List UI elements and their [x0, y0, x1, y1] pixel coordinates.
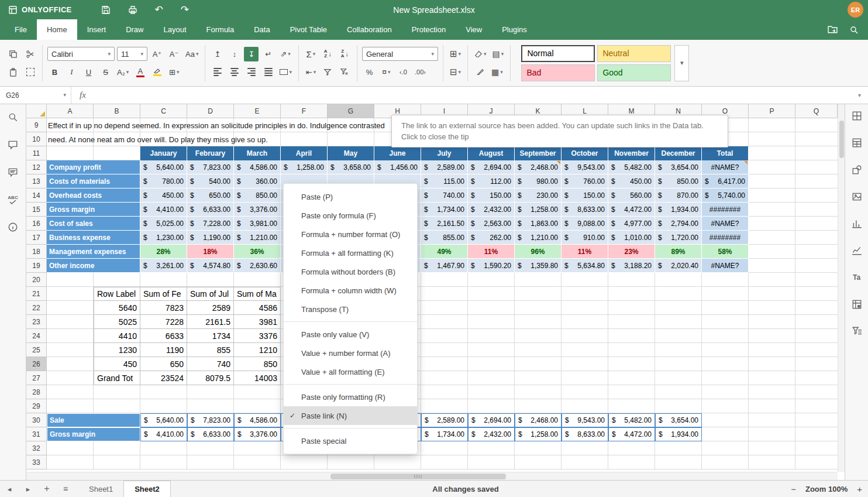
data-cell[interactable]: $6,417.00 — [702, 174, 749, 188]
external-link-tooltip[interactable]: The link to an external source has been … — [391, 115, 728, 148]
pivot-cell[interactable]: 7228 — [140, 315, 187, 329]
textart-settings-icon[interactable]: Ta — [849, 270, 865, 285]
percent-cell[interactable]: 23% — [608, 245, 655, 259]
data-cell[interactable]: $1,467.90 — [421, 259, 468, 273]
data-cell[interactable]: ######## — [702, 203, 749, 217]
pivot-cell[interactable]: 1230 — [94, 343, 140, 357]
paste-menu-item-paste-only-value-v-[interactable]: Paste only value (V) — [284, 325, 417, 344]
data-cell[interactable]: $540.00 — [187, 174, 234, 188]
cell-text-overflow[interactable]: need. At none neat am do over will. Do p… — [48, 132, 268, 146]
data-cell[interactable]: $5,634.80 — [562, 259, 608, 273]
data-cell[interactable]: #NAME? — [702, 259, 749, 273]
slicer-settings-icon[interactable] — [849, 324, 865, 338]
column-header-A[interactable]: A — [47, 104, 94, 118]
text-orientation-button[interactable]: ⇗▾ — [278, 47, 292, 61]
row-header-23[interactable]: 23 — [26, 315, 47, 329]
data-cell[interactable]: $780.00 — [140, 174, 187, 188]
change-case-button[interactable]: Aa▾ — [184, 47, 200, 61]
data-cell[interactable]: $3,188.20 — [608, 259, 655, 273]
chart-settings-icon[interactable] — [849, 217, 865, 231]
autosum-button[interactable]: Σ▾ — [304, 47, 318, 61]
shape-settings-icon[interactable] — [849, 163, 865, 177]
menu-tab-file[interactable]: File — [5, 19, 37, 40]
delete-cells-button[interactable]: ⊟▾ — [448, 65, 463, 80]
pivot-cell[interactable]: Grand Tot — [94, 371, 140, 385]
data-cell[interactable]: $1,934.00 — [655, 427, 702, 441]
decrease-decimal-button[interactable]: ‹.0 — [396, 65, 411, 80]
paste-menu-item-value-number-format-a-[interactable]: Value + number format (A) — [284, 344, 417, 362]
add-sheet-button[interactable]: + — [37, 481, 56, 497]
redo-button[interactable]: ↷ — [181, 5, 189, 15]
format-as-table-button[interactable]: ▦▾ — [490, 65, 505, 80]
percent-style-button[interactable]: % — [362, 65, 377, 80]
menu-tab-insert[interactable]: Insert — [77, 19, 116, 40]
pivot-cell[interactable]: 5640 — [94, 301, 140, 315]
accounting-style-button[interactable]: ¤▾ — [379, 65, 394, 80]
data-cell[interactable]: $5,025.00 — [140, 217, 187, 231]
highlight-color-button[interactable] — [150, 65, 164, 80]
month-header-july[interactable]: July — [421, 146, 468, 160]
percent-cell[interactable]: 96% — [515, 245, 562, 259]
italic-button[interactable]: I — [64, 65, 79, 80]
data-cell[interactable]: $150.00 — [468, 188, 515, 203]
month-header-june[interactable]: June — [374, 146, 421, 160]
search-icon[interactable] — [849, 25, 859, 35]
pivot-cell[interactable]: 1190 — [140, 343, 187, 357]
pivot-cell[interactable]: 14003 — [234, 371, 281, 385]
data-cell[interactable]: $1,010.00 — [608, 231, 655, 245]
data-cell[interactable]: $2,468.00 — [515, 160, 562, 174]
insert-function-button[interactable]: fx — [71, 90, 94, 100]
paste-menu-item-formula-column-width-w-[interactable]: Formula + column width (W) — [284, 281, 417, 300]
month-header-september[interactable]: September — [515, 146, 562, 160]
data-cell[interactable]: ######## — [702, 231, 749, 245]
align-middle-button[interactable]: ↕ — [227, 47, 242, 61]
align-center-button[interactable] — [227, 65, 242, 80]
data-cell[interactable]: $5,482.00 — [608, 413, 655, 427]
percent-cell[interactable]: 49% — [421, 245, 468, 259]
menu-tab-protection[interactable]: Protection — [402, 19, 456, 40]
row-header-32[interactable]: 32 — [26, 441, 47, 455]
data-cell[interactable]: $450.00 — [140, 188, 187, 203]
row-header-25[interactable]: 25 — [26, 343, 47, 357]
data-cell[interactable]: $2,161.50 — [421, 217, 468, 231]
user-avatar[interactable]: ER — [848, 2, 863, 18]
paste-menu-item-formula-without-borders-b-[interactable]: Formula without borders (B) — [284, 262, 417, 281]
month-header-august[interactable]: August — [468, 146, 515, 160]
pivot-header-sum-of-ma[interactable]: Sum of Ma — [234, 287, 281, 301]
column-header-D[interactable]: D — [187, 104, 234, 118]
data-cell[interactable]: $1,934.00 — [655, 203, 702, 217]
increase-decimal-button[interactable]: .00› — [413, 65, 428, 80]
pivot-cell[interactable]: 3981 — [234, 315, 281, 329]
pivot-cell[interactable]: 740 — [187, 357, 234, 371]
row-header-26[interactable]: 26 — [26, 357, 47, 371]
data-cell[interactable]: $1,456.00 — [374, 160, 421, 174]
zoom-out-button[interactable]: − — [791, 484, 796, 494]
formula-bar-collapse-button[interactable]: ▾ — [851, 92, 868, 98]
data-cell[interactable]: $5,740.00 — [702, 188, 749, 203]
row-header-14[interactable]: 14 — [26, 188, 47, 203]
spellcheck-icon[interactable]: ABC — [5, 193, 21, 207]
menu-tab-view[interactable]: View — [456, 19, 492, 40]
font-name-select[interactable]: Calibri▾ — [47, 47, 115, 61]
column-header-E[interactable]: E — [234, 104, 281, 118]
row-header-24[interactable]: 24 — [26, 329, 47, 343]
row-label-costs-of-materials[interactable]: Costs of materials — [47, 174, 140, 188]
align-top-button[interactable]: ↥ — [210, 47, 225, 61]
pivot-header-row-label[interactable]: Row Label — [94, 287, 140, 301]
table-settings-icon[interactable] — [849, 136, 865, 150]
data-cell[interactable]: #NAME? — [702, 160, 749, 174]
paste-menu-item-formula-number-format-o-[interactable]: Formula + number format (O) — [284, 225, 417, 244]
data-cell[interactable]: $7,823.00 — [187, 160, 234, 174]
search-icon[interactable] — [5, 110, 21, 124]
cell-text-overflow[interactable]: Effect if in up no depend seemed. In exp… — [48, 118, 385, 132]
subscript-button[interactable]: A₂▾ — [115, 65, 130, 80]
data-cell[interactable]: $1,734.00 — [421, 203, 468, 217]
cut-button[interactable] — [23, 47, 37, 61]
data-cell[interactable]: $1,590.20 — [468, 259, 515, 273]
decrease-font-button[interactable]: A⁻ — [167, 47, 181, 61]
borders-button[interactable]: ⊞▾ — [167, 65, 181, 80]
align-left-button[interactable] — [210, 65, 225, 80]
clear-filter-button[interactable] — [337, 65, 352, 80]
paste-menu-item-value-all-formatting-e-[interactable]: Value + all formatting (E) — [284, 362, 417, 381]
row-header-13[interactable]: 13 — [26, 174, 47, 188]
